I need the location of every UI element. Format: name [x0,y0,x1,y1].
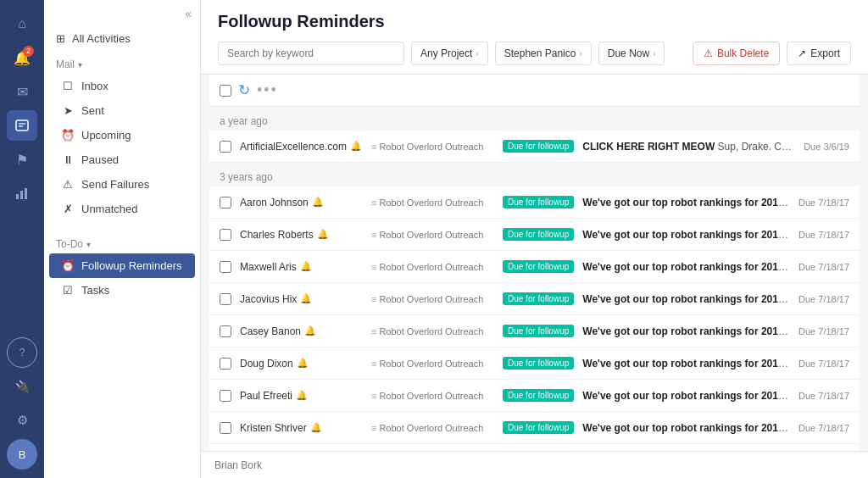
table-row[interactable]: Paul Efreeti 🔔 ≡ Robot Overlord Outreach… [209,380,860,412]
export-button[interactable]: ↗ Export [787,42,851,65]
sidebar-item-send-failures[interactable]: ⚠ Send Failures [49,172,195,197]
list-icon: ≡ [371,294,376,304]
status-badge: Due for followup [503,228,574,241]
refresh-icon[interactable]: ↻ [238,81,250,99]
chart-icon[interactable] [7,178,37,208]
sidebar-item-paused[interactable]: ⏸ Paused [49,147,195,172]
toolbar: Any Project › Stephen Panico › Due Now ›… [218,42,851,65]
notification-badge: 2 [23,46,34,57]
bell-icon[interactable]: 🔔2 [7,42,37,73]
list-icon: ≡ [371,423,376,433]
project-filter-button[interactable]: Any Project › [411,42,488,65]
sender-name: Doug Dixon 🔔 [240,358,363,370]
row-checkbox[interactable] [220,358,231,370]
mail-section-label[interactable]: Mail ▾ [44,50,200,74]
status-badge: Due for followup [503,325,574,337]
alarm-icon: 🔔 [304,325,316,336]
sidebar-item-upcoming[interactable]: ⏰ Upcoming [49,123,195,147]
email-preview: We've got our top robot rankings for 201… [582,358,790,370]
table-row[interactable]: Maxwell Aris 🔔 ≡ Robot Overlord Outreach… [209,251,860,283]
chevron-right-icon: › [579,49,581,58]
settings-icon[interactable]: ⚙ [7,405,37,436]
sidebar-collapse-button[interactable]: « [44,0,200,24]
sidebar-item-unmatched[interactable]: ✗ Unmatched [49,197,195,221]
alarm-icon: 🔔 [310,422,322,433]
sender-name: Kristen Shriver 🔔 [240,422,363,434]
table-row[interactable]: Charles Roberts 🔔 ≡ Robot Overlord Outre… [209,219,860,251]
table-controls: ↻ ••• [209,75,860,107]
icon-rail: ⌂ 🔔2 ✉ ⚑ ? 🔌 ⚙ B [0,0,44,478]
email-table-area: ↻ ••• a year ago ArtificialExcellence.co… [201,75,868,451]
bottom-bar: Brian Bork [201,451,868,478]
due-date: Due 3/6/19 [804,142,849,152]
email-preview: We've got our top robot rankings for 201… [582,390,790,402]
followup-icon: ⏰ [61,259,75,272]
date-group-label: a year ago [209,107,860,131]
list-icon: ≡ [371,326,376,336]
project-tag: ≡ Robot Overlord Outreach [371,142,494,152]
more-options-icon[interactable]: ••• [257,81,278,99]
status-badge: Due for followup [503,421,574,434]
row-checkbox[interactable] [220,325,231,337]
project-tag: ≡ Robot Overlord Outreach [371,358,494,369]
table-row[interactable]: Jacovius Hix 🔔 ≡ Robot Overlord Outreach… [209,283,860,315]
due-date: Due 7/18/17 [798,391,849,401]
sidebar-item-followup-reminders[interactable]: ⏰ Followup Reminders [49,253,195,278]
bulk-delete-button[interactable]: ⚠ Bulk Delete [693,42,780,65]
alarm-icon: 🔔 [297,358,309,369]
sender-name: Jacovius Hix 🔔 [240,293,363,305]
project-tag: ≡ Robot Overlord Outreach [371,423,494,433]
email-rows-container: Aaron Johnson 🔔 ≡ Robot Overlord Outreac… [209,186,860,451]
row-checkbox[interactable] [220,229,231,241]
table-row[interactable]: Kristen Shriver 🔔 ≡ Robot Overlord Outre… [209,412,860,444]
email-preview: We've got our top robot rankings for 201… [582,325,790,337]
sidebar-item-sent[interactable]: ➤ Sent [49,98,195,123]
due-date: Due 7/18/17 [798,358,849,369]
row-checkbox[interactable] [220,293,231,305]
select-all-checkbox[interactable] [220,85,231,97]
sidebar-item-all-activities[interactable]: ⊞ All Activities [44,24,200,50]
email-preview: We've got our top robot rankings for 201… [582,293,790,305]
table-row[interactable]: Doug Dixon 🔔 ≡ Robot Overlord Outreach D… [209,347,860,380]
table-row[interactable]: Aaron Johnson 🔔 ≡ Robot Overlord Outreac… [209,186,860,219]
person-filter-button[interactable]: Stephen Panico › [495,42,592,65]
svg-rect-5 [25,188,27,199]
row-checkbox[interactable] [220,197,231,208]
sidebar-item-inbox[interactable]: ☐ Inbox [49,74,195,98]
mail-icon[interactable]: ✉ [7,76,37,107]
contacts-icon[interactable] [7,110,37,141]
sender-name: Charles Roberts 🔔 [240,229,363,241]
paused-icon: ⏸ [61,153,75,166]
chevron-right-icon: › [476,49,478,58]
table-row[interactable]: Stephen Childs 🔔 ≡ Robot Overlord Outrea… [209,444,860,451]
sidebar-item-tasks[interactable]: ☑ Tasks [49,278,195,303]
search-input[interactable] [218,42,404,65]
row-checkbox[interactable] [220,390,231,402]
tasks-icon: ☑ [61,284,75,297]
table-row[interactable]: Casey Banon 🔔 ≡ Robot Overlord Outreach … [209,315,860,347]
home-icon[interactable]: ⌂ [7,8,37,39]
chevron-down-icon: ▾ [86,240,91,249]
due-date: Due 7/18/17 [798,262,849,272]
due-filter-button[interactable]: Due Now › [598,42,665,65]
help-icon[interactable]: ? [7,337,37,368]
alarm-icon: 🔔 [317,229,329,240]
todo-section-label[interactable]: To-Do ▾ [44,230,200,253]
row-checkbox[interactable] [220,141,231,153]
project-tag: ≡ Robot Overlord Outreach [371,294,494,304]
alarm-icon: 🔔 [300,293,312,304]
row-checkbox[interactable] [220,261,231,273]
status-badge: Due for followup [503,357,574,370]
email-preview: We've got our top robot rankings for 201… [582,422,790,434]
main-content: Followup Reminders Any Project › Stephen… [201,0,868,478]
warning-icon: ⚠ [61,178,75,191]
date-group-label: 3 years ago [209,163,860,186]
list-icon: ≡ [371,262,376,272]
email-preview: We've got our top robot rankings for 201… [582,197,790,208]
tag-icon[interactable]: ⚑ [7,144,37,175]
table-row[interactable]: ArtificialExcellence.com 🔔 ≡ Robot Overl… [209,131,860,163]
plugin-icon[interactable]: 🔌 [7,371,37,402]
user-avatar[interactable]: B [7,439,37,470]
project-tag: ≡ Robot Overlord Outreach [371,391,494,401]
row-checkbox[interactable] [220,422,231,434]
